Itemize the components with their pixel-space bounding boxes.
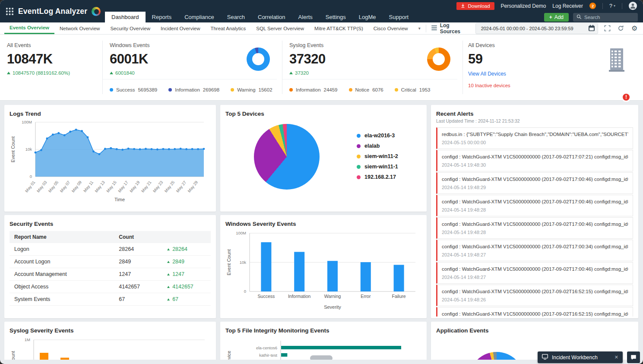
user-avatar[interactable] [629,2,637,10]
legend-item[interactable]: ela-w2016-3 [357,133,398,139]
nav-compliance[interactable]: Compliance [178,12,221,22]
up-trend-icon [167,298,170,301]
top5-devices-legend: ela-w2016-3 elalab siem-win11-2 sie [357,133,398,190]
help-menu[interactable]: ? ▾ [609,3,615,9]
building-icon [607,47,627,73]
inactive-devices-link[interactable]: 10 Inactive devices [468,83,510,88]
logo-mark-icon [92,7,101,16]
fullscreen-icon[interactable] [603,24,611,33]
alert-item[interactable]: configd : WatchGuard-XTM V1C5000000000 (… [436,262,633,284]
add-button[interactable]: + Add [544,13,569,22]
download-icon [461,3,465,9]
legend-item[interactable]: elalab [357,143,398,149]
table-row[interactable]: Object Access 4142657 4142657 [10,281,211,293]
log-receiver-badge[interactable]: 2 [589,3,596,9]
svg-text:Failure: Failure [392,294,406,299]
nav-reports[interactable]: Reports [146,12,178,22]
download-label: Download [468,3,490,9]
refresh-icon[interactable] [617,24,625,33]
stat-delta-value: 6001840 [115,70,135,76]
subtab-incident-overview[interactable]: Incident Overview [155,22,205,34]
nav-correlation[interactable]: Correlation [251,12,292,22]
legend-dot [231,88,234,92]
settings-gear-icon[interactable]: ⚙ [630,24,639,33]
personalized-demo-link[interactable]: Personalized Demo [501,3,546,9]
stat-delta-value: 37320 [295,70,309,76]
svg-text:May 09: May 09 [70,180,82,193]
alert-item[interactable]: configd : WatchGuard-XTM V1C5000000000 (… [436,172,633,194]
more-tabs-dropdown[interactable]: ▾ [413,22,426,34]
top5-devices-pie [254,124,320,190]
alert-item[interactable]: configd : WatchGuard-XTM V1C5000000000 (… [436,285,633,306]
nav-settings[interactable]: Settings [319,12,352,22]
legend-item[interactable]: 192.168.2.17 [357,174,398,180]
panel-title: Syslog Severity Events [10,327,211,334]
dashboard-grid: Logs Trend 010k100MMay 01May 03May 05May… [0,101,643,360]
subtab-security-overview[interactable]: Security Overview [105,22,155,34]
alert-item[interactable]: configd : WatchGuard-XTM V1C5000000000 (… [436,240,633,261]
legend-item: Information 24459 [289,87,338,92]
alerts-list: redbus.in : {"SUBTYPE":"Supply Chain Bre… [436,127,633,317]
legend-dot [168,88,172,92]
subtab-cisco-overview[interactable]: Cisco Overview [368,22,413,34]
horizontal-scrollbar-thumb[interactable] [310,355,333,360]
table-row[interactable]: Account Logon 2849 2849 [10,256,211,268]
svg-text:10k: 10k [25,147,32,152]
divider [426,25,426,32]
alert-message: configd : WatchGuard-XTM V1C5000000000 (… [442,289,628,294]
windows-severity-chart: 010k100MSuccessInformationWarningErrorFa… [225,228,421,311]
alert-item[interactable]: configd : WatchGuard-XTM V1C5000000000 (… [436,150,633,171]
svg-text:Success: Success [258,294,275,299]
legend-item[interactable]: siem-win11-2 [357,153,398,159]
top-bar: EventLog Analyzer Download Personalized … [0,0,643,22]
stat-title: All Devices [468,42,510,48]
logo-text: EventLog Analyzer [18,7,87,16]
nav-alerts[interactable]: Alerts [292,12,319,22]
table-row[interactable]: Account Management 1247 1247 [10,268,211,281]
alert-time: 2024-05-14 19:48:26 [442,297,628,302]
svg-text:100M: 100M [22,120,32,124]
table-row[interactable]: System Events 67 67 [10,293,211,306]
log-receiver-link[interactable]: Log Receiver [552,3,583,9]
chat-button[interactable] [627,351,640,363]
incident-workbench-toast[interactable]: Incident Workbench ✕ [538,351,623,363]
recent-alerts-panel: Recent Alerts Last Updated Time : 2024-1… [431,105,638,318]
panel-title: Security Events [10,221,211,227]
alert-message: configd : WatchGuard-XTM V1C5000000000 (… [442,222,628,227]
alert-message: configd : WatchGuard-XTM V1C5000000000 (… [442,154,628,159]
alert-item[interactable]: configd : WatchGuard-XTM V1C5000000000 (… [436,195,633,216]
search-input[interactable] [584,15,634,20]
nav-logme[interactable]: LogMe [352,12,383,22]
up-trend-icon [7,72,10,74]
nav-support[interactable]: Support [383,12,415,22]
column-header: Report Name [10,231,114,243]
svg-text:May 17: May 17 [117,180,129,193]
download-button[interactable]: Download [456,2,494,10]
alert-item[interactable]: configd : WatchGuard-XTM V1C5000000000 (… [436,217,633,239]
nav-search[interactable]: Search [221,12,251,22]
view-all-devices-link[interactable]: View All Devices [468,71,510,77]
close-icon[interactable]: ✕ [614,355,618,360]
dashboard-subnav: Events Overview Network Overview Securit… [0,22,643,35]
date-range-picker[interactable]: 2024-05-01 00:00:00 - 2024-05-30 23:59:5… [475,23,598,34]
subtab-events-overview[interactable]: Events Overview [4,22,54,34]
subtab-threat-analytics[interactable]: Threat Analytics [205,22,251,34]
alert-message: configd : WatchGuard-XTM V1C5000000000 (… [442,311,628,317]
nav-dashboard[interactable]: Dashboard [105,12,146,22]
legend-dot [357,165,361,169]
subtab-mitre-attack[interactable]: Mitre ATT&CK TTP(S) [309,22,368,34]
alert-item[interactable]: redbus.in : {"SUBTYPE":"Supply Chain Bre… [436,127,633,149]
alert-time: 2024-05-14 19:48:27 [442,275,628,280]
svg-text:Severity: Severity [324,304,341,310]
table-row[interactable]: Logon 28264 28264 [10,243,211,256]
legend-item[interactable]: siem-win11-1 [357,164,398,170]
calendar-icon[interactable] [588,25,595,32]
svg-text:Event Count: Event Count [226,249,231,275]
subtab-sql-server-overview[interactable]: SQL Server Overview [251,22,309,34]
global-search[interactable] [573,13,638,22]
alert-item[interactable]: configd : WatchGuard-XTM V1C5000000000 (… [436,307,633,317]
subtab-network-overview[interactable]: Network Overview [54,22,105,34]
svg-text:May 07: May 07 [59,180,71,193]
apps-grid-icon[interactable] [5,7,14,16]
log-sources-button[interactable]: Log Sources [431,22,470,35]
